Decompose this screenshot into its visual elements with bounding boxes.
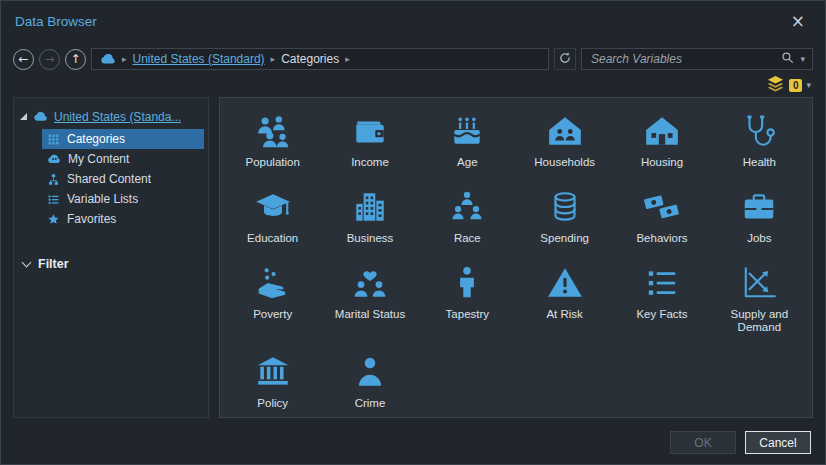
population-icon: [254, 112, 292, 150]
category-label: Income: [351, 156, 389, 170]
breadcrumb-separator-icon: ▸: [122, 54, 127, 64]
category-tile-spending[interactable]: Spending: [516, 180, 613, 256]
filter-section-header[interactable]: Filter: [18, 257, 204, 271]
cloud-icon: [33, 109, 48, 124]
refresh-button[interactable]: [554, 48, 576, 70]
category-label: Behaviors: [636, 232, 687, 246]
breadcrumb-separator-icon: ▸: [345, 54, 350, 64]
category-tile-income[interactable]: Income: [321, 104, 418, 180]
search-input[interactable]: [589, 51, 775, 67]
categories-icon: [47, 133, 60, 146]
category-tile-marital-status[interactable]: Marital Status: [321, 256, 418, 346]
expander-icon[interactable]: [20, 113, 27, 120]
poverty-icon: [254, 264, 292, 302]
data-browser-dialog: Data Browser × ← → ↑ ▸ United States (St…: [0, 0, 826, 465]
selected-variables-badge[interactable]: 0 ▾: [766, 75, 811, 95]
category-tile-jobs[interactable]: Jobs: [711, 180, 808, 256]
category-label: Health: [743, 156, 776, 170]
category-panel: Population Income: [219, 97, 813, 418]
back-icon: ←: [18, 52, 28, 66]
search-dropdown-icon[interactable]: ▾: [800, 54, 805, 64]
category-label: At Risk: [546, 308, 582, 322]
sidebar-item-variable-lists[interactable]: Variable Lists: [42, 189, 204, 209]
category-label: Education: [247, 232, 298, 246]
ok-button[interactable]: OK: [670, 431, 736, 454]
marital-status-icon: [351, 264, 389, 302]
forward-button[interactable]: →: [39, 49, 60, 70]
title-bar: Data Browser ×: [1, 1, 825, 41]
close-icon[interactable]: ×: [785, 12, 811, 31]
households-icon: [546, 112, 584, 150]
category-tile-age[interactable]: Age: [419, 104, 516, 180]
category-label: Age: [457, 156, 477, 170]
category-tile-crime[interactable]: Crime: [321, 345, 418, 418]
cancel-button[interactable]: Cancel: [745, 431, 811, 454]
search-box: ▾: [581, 48, 813, 70]
forward-icon: →: [44, 52, 54, 66]
category-tile-education[interactable]: Education: [224, 180, 321, 256]
up-button[interactable]: ↑: [65, 49, 86, 70]
tree-root-link[interactable]: United States (Standa...: [54, 110, 181, 124]
cloud-icon: [100, 51, 116, 67]
policy-icon: [254, 353, 292, 391]
shared-content-icon: [47, 173, 60, 186]
category-tile-households[interactable]: Households: [516, 104, 613, 180]
sidebar-item-label: Categories: [67, 132, 125, 146]
search-icon[interactable]: [781, 50, 794, 68]
category-tile-race[interactable]: Race: [419, 180, 516, 256]
category-tile-poverty[interactable]: Poverty: [224, 256, 321, 346]
business-icon: [351, 188, 389, 226]
category-tile-housing[interactable]: Housing: [613, 104, 710, 180]
category-label: Supply and Demand: [714, 308, 804, 336]
variable-lists-icon: [47, 193, 60, 206]
category-tile-population[interactable]: Population: [224, 104, 321, 180]
sidebar-item-favorites[interactable]: Favorites: [42, 209, 204, 229]
supply-and-demand-icon: [740, 264, 778, 302]
category-label: Population: [245, 156, 299, 170]
sidebar-item-my-content[interactable]: My Content: [42, 149, 204, 169]
tapestry-icon: [448, 264, 486, 302]
at-risk-icon: [546, 264, 584, 302]
layers-icon: [766, 74, 785, 97]
breadcrumb-section[interactable]: Categories: [281, 52, 339, 66]
behaviors-icon: [643, 188, 681, 226]
back-button[interactable]: ←: [13, 49, 34, 70]
content-area: United States (Standa... Categories My C…: [13, 97, 813, 418]
sidebar-item-label: Variable Lists: [67, 192, 138, 206]
category-tile-behaviors[interactable]: Behaviors: [613, 180, 710, 256]
badge-count: 0: [789, 79, 803, 92]
category-tile-business[interactable]: Business: [321, 180, 418, 256]
education-icon: [254, 188, 292, 226]
race-icon: [448, 188, 486, 226]
my-content-icon: [47, 152, 61, 166]
category-tile-tapestry[interactable]: Tapestry: [419, 256, 516, 346]
category-grid: Population Income: [220, 98, 812, 418]
category-tile-key-facts[interactable]: Key Facts: [613, 256, 710, 346]
income-icon: [351, 112, 389, 150]
health-icon: [740, 112, 778, 150]
category-label: Tapestry: [446, 308, 489, 322]
sidebar-item-label: My Content: [68, 152, 129, 166]
category-label: Policy: [257, 397, 288, 411]
dialog-title: Data Browser: [15, 14, 97, 29]
breadcrumb-separator-icon: ▸: [271, 54, 276, 64]
chevron-down-icon: [22, 258, 32, 268]
key-facts-icon: [643, 264, 681, 302]
jobs-icon: [740, 188, 778, 226]
category-tile-health[interactable]: Health: [711, 104, 808, 180]
housing-icon: [643, 112, 681, 150]
badge-dropdown-icon[interactable]: ▾: [806, 80, 811, 90]
category-tile-at-risk[interactable]: At Risk: [516, 256, 613, 346]
category-tile-policy[interactable]: Policy: [224, 345, 321, 418]
sidebar-item-categories[interactable]: Categories: [42, 129, 204, 149]
sidebar-item-shared-content[interactable]: Shared Content: [42, 169, 204, 189]
category-label: Households: [534, 156, 595, 170]
category-tile-supply-and-demand[interactable]: Supply and Demand: [711, 256, 808, 346]
category-label: Poverty: [253, 308, 292, 322]
tree-root[interactable]: United States (Standa...: [18, 106, 204, 129]
navigation-bar: ← → ↑ ▸ United States (Standard) ▸ Categ…: [13, 47, 813, 71]
category-label: Marital Status: [335, 308, 405, 322]
category-label: Housing: [641, 156, 683, 170]
breadcrumb-root-link[interactable]: United States (Standard): [133, 52, 265, 66]
sidebar: United States (Standa... Categories My C…: [13, 97, 209, 418]
